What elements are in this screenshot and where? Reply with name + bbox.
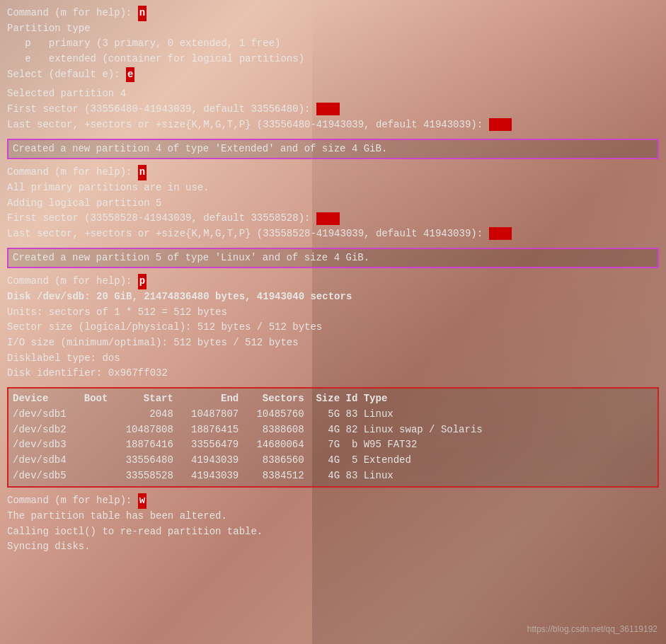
sector-size: Sector size (logical/physical): 512 byte… bbox=[7, 320, 659, 335]
terminal-window: Command (m for help): n Partition type p… bbox=[0, 0, 666, 644]
disk-info: Disk /dev/sdb: 20 GiB, 21474836480 bytes… bbox=[7, 289, 659, 305]
partition-type-label: Partition type bbox=[7, 21, 659, 37]
last-sector-1-input bbox=[489, 118, 512, 131]
cmd-prompt-3: Command (m for help): bbox=[7, 275, 138, 287]
cmd-line-1: Command (m for help): n bbox=[7, 6, 659, 21]
select-input: e bbox=[126, 67, 134, 83]
last-sector-2-text: Last sector, +sectors or +size{K,M,G,T,P… bbox=[7, 228, 489, 239]
table-row-5: /dev/sdb5 33558528 41943039 8384512 4G 8… bbox=[13, 468, 653, 484]
table-row-4: /dev/sdb4 33556480 41943039 8386560 4G 5… bbox=[13, 453, 653, 468]
select-line: Select (default e): e bbox=[7, 67, 659, 83]
cmd-prompt-4: Command (m for help): bbox=[7, 495, 138, 506]
watermark: https://blog.csdn.net/qq_36119192 bbox=[527, 623, 658, 636]
primary-option: p primary (3 primary, 0 extended, 1 free… bbox=[7, 36, 659, 52]
cmd-prompt-2: Command (m for help): bbox=[7, 166, 138, 178]
last-sector-1-text: Last sector, +sectors or +size{K,M,G,T,P… bbox=[7, 119, 489, 130]
units: Units: sectors of 1 * 512 = 512 bytes bbox=[7, 305, 659, 321]
cmd-line-2: Command (m for help): n bbox=[7, 165, 659, 180]
created-box-1: Created a new partition 4 of type 'Exten… bbox=[7, 139, 659, 160]
cmd-input-3: p bbox=[138, 274, 147, 289]
first-sector-2: First sector (33558528-41943039, default… bbox=[7, 211, 659, 226]
cmd-input-1: n bbox=[138, 6, 147, 21]
last-sector-2-input bbox=[489, 227, 512, 240]
last-sector-2: Last sector, +sectors or +size{K,M,G,T,P… bbox=[7, 226, 659, 242]
first-sector-2-text: First sector (33558528-41943039, default… bbox=[7, 212, 316, 224]
first-sector-2-input bbox=[316, 212, 340, 225]
altered: The partition table has been altered. bbox=[7, 509, 659, 524]
cmd-input-2: n bbox=[138, 165, 147, 180]
select-prompt: Select (default e): bbox=[7, 69, 126, 80]
io-size: I/O size (minimum/optimal): 512 bytes / … bbox=[7, 335, 659, 351]
all-primary: All primary partitions are in use. bbox=[7, 180, 659, 196]
cmd-input-4: w bbox=[138, 493, 147, 509]
first-sector-1: First sector (33556480-41943039, default… bbox=[7, 102, 659, 117]
cmd-prompt-1: Command (m for help): bbox=[7, 7, 138, 18]
selected-partition: Selected partition 4 bbox=[7, 86, 659, 102]
first-sector-1-input bbox=[316, 103, 340, 115]
table-row-1: /dev/sdb1 2048 10487807 10485760 5G 83 L… bbox=[13, 407, 653, 422]
disklabel: Disklabel type: dos bbox=[7, 351, 659, 367]
extended-option: e extended (container for logical partit… bbox=[7, 52, 659, 67]
first-sector-1-text: First sector (33556480-41943039, default… bbox=[7, 103, 316, 115]
table-row-3: /dev/sdb3 18876416 33556479 14680064 7G … bbox=[13, 437, 653, 453]
calling: Calling ioctl() to re-read partition tab… bbox=[7, 524, 659, 540]
created-box-2: Created a new partition 5 of type 'Linux… bbox=[7, 248, 659, 269]
syncing: Syncing disks. bbox=[7, 539, 659, 555]
disk-id: Disk identifier: 0x967ff032 bbox=[7, 366, 659, 381]
table-row-2: /dev/sdb2 10487808 18876415 8388608 4G 8… bbox=[13, 422, 653, 438]
last-sector-1: Last sector, +sectors or +size{K,M,G,T,P… bbox=[7, 117, 659, 133]
partition-table: Device Boot Start End Sectors Size Id Ty… bbox=[7, 387, 659, 488]
adding-logical: Adding logical partition 5 bbox=[7, 196, 659, 212]
cmd-line-4: Command (m for help): w bbox=[7, 493, 659, 509]
table-header: Device Boot Start End Sectors Size Id Ty… bbox=[13, 391, 653, 407]
cmd-line-3: Command (m for help): p bbox=[7, 274, 659, 289]
